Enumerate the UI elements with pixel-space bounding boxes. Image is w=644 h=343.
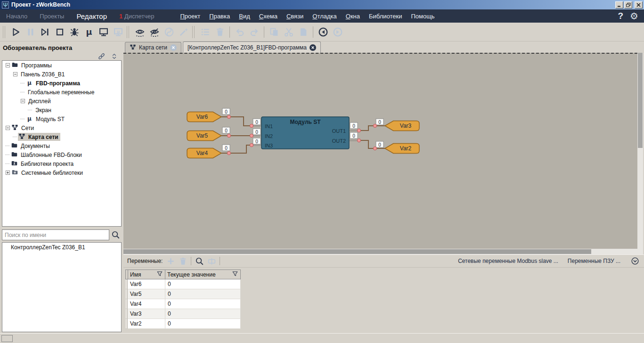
tree-item[interactable]: Документы [2, 141, 121, 150]
port-value-box[interactable]: 0 [350, 132, 358, 139]
toolbar-button-nav-back[interactable] [316, 24, 330, 40]
horizontal-scrollbar[interactable] [123, 249, 637, 254]
toolbar-button-undo[interactable] [232, 24, 247, 40]
wire[interactable] [359, 126, 375, 131]
port-value-box[interactable]: 0 [376, 119, 383, 125]
port-value-box[interactable]: 0 [253, 129, 261, 135]
variables-category-link[interactable]: Сетевые переменные Modbus slave ... [458, 258, 558, 264]
port-value-box[interactable]: 0 [222, 108, 230, 114]
table-row[interactable]: Var50 [125, 289, 241, 299]
toolbar-button-wand[interactable] [176, 24, 191, 40]
port-value-box[interactable]: 0 [222, 127, 230, 133]
variables-edit-box-button[interactable] [205, 256, 218, 266]
editor-tab[interactable]: [КонтроллерZenTec Z036_B1]FBD-программа [183, 41, 321, 53]
table-cell[interactable]: Var5 [128, 289, 165, 299]
connection-port[interactable] [373, 124, 376, 127]
toolbar-button-paste[interactable] [296, 24, 310, 40]
fbd-input-tag-Var6[interactable]: Var60 [187, 108, 231, 122]
tree-item[interactable]: µFBD-программа [2, 79, 121, 88]
table-header-cell[interactable]: Текущее значение [165, 270, 241, 279]
horizontal-scrollbar-thumb[interactable] [123, 249, 591, 254]
vertical-scrollbar-thumb[interactable] [638, 53, 643, 148]
tree-expander-minus[interactable] [13, 72, 18, 77]
tree-expander-minus[interactable] [5, 125, 10, 131]
tree-expander-plus[interactable] [5, 170, 10, 175]
menu-item[interactable]: Помощь [411, 13, 434, 20]
tree-item[interactable]: Шаблонные FBD-блоки [2, 150, 121, 159]
toolbar-button-monitor[interactable] [96, 24, 111, 40]
connection-port[interactable] [357, 129, 360, 132]
toolbar-button-list[interactable] [198, 24, 212, 40]
toolbar-button-redo[interactable] [247, 24, 261, 40]
fbd-output-tag-Var2[interactable]: Var20 [373, 141, 419, 154]
toolbar-button-mu[interactable]: µ [82, 24, 96, 40]
menu-item[interactable]: Связи [286, 13, 303, 20]
workspace-tab-item[interactable]: 1 Диспетчер [119, 13, 154, 20]
table-cell[interactable]: Var3 [128, 309, 165, 319]
menu-item[interactable]: Окна [346, 13, 360, 20]
tree-item[interactable]: Глобальные переменные [2, 88, 121, 97]
toolbar-group-handle[interactable] [3, 26, 5, 38]
workspace-tab-item[interactable]: Начало [6, 13, 27, 20]
toolbar-button-copy[interactable] [267, 24, 281, 40]
tab-close-icon[interactable] [310, 44, 316, 51]
table-header-cell[interactable]: Имя [128, 270, 165, 279]
vertical-scrollbar[interactable] [637, 53, 643, 249]
toolbar-button-trash[interactable] [212, 24, 227, 40]
toolbar-button-play[interactable] [8, 24, 23, 40]
table-cell[interactable]: 0 [165, 279, 241, 289]
port-value-box[interactable]: 0 [350, 122, 358, 129]
table-row[interactable]: Var20 [125, 319, 241, 329]
wire[interactable] [229, 117, 252, 126]
menu-item[interactable]: Отладка [312, 13, 336, 20]
menu-item[interactable]: Схема [259, 13, 277, 20]
toolbar-button-eye-off[interactable] [147, 24, 162, 40]
tree-item[interactable]: Программы [2, 61, 121, 70]
toolbar-button-eye[interactable] [132, 24, 147, 40]
toolbar-button-nav-forward[interactable] [330, 24, 345, 40]
workspace-tab-active[interactable]: Редактор [76, 12, 107, 20]
connection-port[interactable] [227, 115, 230, 118]
table-row[interactable]: Var30 [125, 309, 241, 319]
table-cell[interactable]: 0 [165, 309, 241, 319]
toolbar-button-bug[interactable] [67, 24, 82, 40]
connection-port[interactable] [250, 143, 253, 147]
toolbar-group-handle[interactable] [127, 26, 129, 38]
toolbar-button-step[interactable] [38, 24, 52, 40]
tree-item[interactable]: Сети [2, 123, 121, 132]
restore-button[interactable] [624, 1, 632, 8]
tree-expander-minus[interactable] [5, 63, 10, 68]
toolbar-button-cut[interactable] [281, 24, 296, 40]
connection-port[interactable] [227, 151, 230, 155]
port-value-box[interactable]: 0 [376, 141, 383, 147]
table-row[interactable]: Var60 [125, 279, 241, 289]
minimize-button[interactable] [615, 1, 623, 8]
tree-item[interactable]: µМодуль ST [2, 114, 121, 123]
settings-gear-icon[interactable]: ⚙ [630, 11, 638, 21]
close-button[interactable] [635, 1, 643, 8]
fbd-input-tag-Var4[interactable]: Var40 [187, 145, 231, 158]
port-value-box[interactable]: 0 [253, 119, 261, 125]
variables-plus-button[interactable] [164, 256, 177, 266]
editor-tab[interactable]: Карта сети [125, 42, 181, 53]
filter-funnel-icon[interactable] [232, 270, 238, 278]
menu-item[interactable]: Библиотеки [369, 13, 402, 20]
table-row[interactable]: Var40 [125, 299, 241, 309]
variables-trash-button[interactable] [177, 256, 189, 266]
tree-item[interactable]: Дисплей [2, 97, 121, 106]
table-cell[interactable]: 0 [165, 299, 241, 309]
toolbar-button-pause[interactable] [23, 24, 38, 40]
connection-port[interactable] [357, 139, 360, 142]
menu-item[interactable]: Правка [209, 13, 230, 20]
table-cell[interactable]: 0 [165, 319, 241, 329]
workspace-tab-item[interactable]: Проекты [40, 13, 64, 20]
search-input[interactable] [2, 229, 109, 240]
device-list-item[interactable]: КонтроллерZenTec Z036_B1 [2, 243, 121, 252]
menu-item[interactable]: Проект [180, 13, 200, 20]
chevron-circle-down-icon[interactable] [631, 257, 639, 265]
toolbar-button-stop[interactable] [52, 24, 67, 40]
tree-item[interactable]: Панель Z036_B1 [2, 70, 121, 79]
tree-item[interactable]: Системные библиотеки [2, 168, 121, 177]
table-cell[interactable]: Var2 [128, 319, 165, 329]
toolbar-group-handle[interactable] [192, 26, 195, 38]
